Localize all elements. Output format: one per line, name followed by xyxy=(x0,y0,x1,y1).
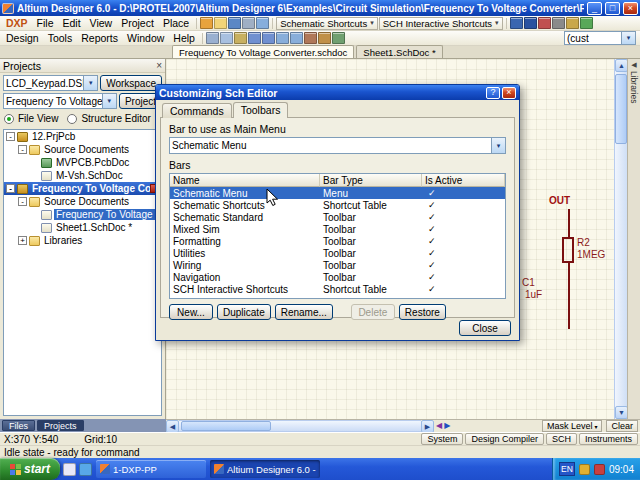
vertical-scroll-track[interactable] xyxy=(615,72,627,406)
panel-close-icon[interactable]: × xyxy=(156,61,162,71)
checkmark-icon[interactable]: ✓ xyxy=(425,225,439,234)
toolbar-combo[interactable]: (cust ▾ xyxy=(564,31,636,45)
libraries-panel-tab[interactable]: Libraries xyxy=(629,71,639,104)
horizontal-scroll-track[interactable] xyxy=(179,420,421,432)
new-button[interactable]: New... xyxy=(169,304,213,320)
vertical-scrollbar[interactable]: ▲ ▼ xyxy=(614,59,627,419)
Utilities[interactable]: Utilities Toolbar ✓ xyxy=(170,247,505,259)
menu-item[interactable]: Tools xyxy=(44,32,77,44)
r2-value[interactable]: 1MEG xyxy=(577,249,605,260)
clear-button[interactable]: Clear xyxy=(606,420,638,432)
wire[interactable] xyxy=(568,263,570,329)
panel-tab[interactable]: Files xyxy=(2,420,35,431)
save-icon[interactable] xyxy=(228,17,241,29)
taskbar-task-button[interactable]: Altium Designer 6.0 - ... xyxy=(210,460,320,478)
cut-icon[interactable] xyxy=(206,32,219,44)
menu-item[interactable]: Help xyxy=(169,32,199,44)
checkmark-icon[interactable]: ✓ xyxy=(425,261,439,270)
menu-item[interactable]: Project xyxy=(117,17,158,29)
expand-toggle-icon[interactable]: + xyxy=(18,236,27,245)
annotate-icon[interactable] xyxy=(318,32,331,44)
resistor-r2-symbol[interactable] xyxy=(562,237,574,263)
column-header-bar-type[interactable]: Bar Type xyxy=(320,174,422,187)
project-combo[interactable]: Frequency To Voltage Converter.PF ▾ xyxy=(3,93,117,109)
workspace-combo[interactable]: LCD_Keypad.DSNWRK * ▾ xyxy=(3,75,98,91)
panel-access-button[interactable]: SCH xyxy=(546,433,577,445)
chevron-down-icon[interactable]: ▾ xyxy=(83,76,97,90)
quick-launch-icon[interactable] xyxy=(63,463,76,476)
window-titlebar[interactable]: Altium Designer 6.0 - D:\PROTEL2007\Alti… xyxy=(0,0,640,16)
Formatting[interactable]: Formatting Toolbar ✓ xyxy=(170,235,505,247)
wire-icon[interactable] xyxy=(510,17,523,29)
collapse-arrow-icon[interactable]: ◀ xyxy=(631,61,636,68)
expand-toggle-icon[interactable]: - xyxy=(6,132,15,141)
rename-button[interactable]: Rename... xyxy=(275,304,333,320)
net-label-icon[interactable] xyxy=(538,17,551,29)
Schematic Menu[interactable]: Schematic Menu Menu ✓ xyxy=(170,187,505,199)
menu-item[interactable]: Design xyxy=(2,32,43,44)
schematic-shortcuts-dropdown[interactable]: Schematic Shortcuts ▾ xyxy=(276,17,378,30)
quick-launch-icon[interactable] xyxy=(79,463,92,476)
power-port-icon[interactable] xyxy=(552,17,565,29)
run-simulation-icon[interactable] xyxy=(580,17,593,29)
bars-table-header[interactable]: Name Bar Type Is Active xyxy=(170,174,505,187)
workspace-button[interactable]: Workspace xyxy=(100,75,162,91)
checkmark-icon[interactable]: ✓ xyxy=(425,189,439,198)
Schematic Shortcuts[interactable]: Schematic Shortcuts Shortcut Table ✓ xyxy=(170,199,505,211)
zoom-icon[interactable] xyxy=(256,17,269,29)
r2-designator[interactable]: R2 xyxy=(577,237,590,248)
document-tab[interactable]: Sheet1.SchDoc * xyxy=(356,45,442,58)
checkmark-icon[interactable]: ✓ xyxy=(425,213,439,222)
wire[interactable] xyxy=(568,209,570,237)
vertical-scroll-thumb[interactable] xyxy=(615,74,627,144)
close-button[interactable]: × xyxy=(623,2,638,15)
jump-forward-icon[interactable]: ▶ xyxy=(444,422,450,430)
tree-item[interactable]: - Frequency To Voltage Conver xyxy=(4,182,161,195)
document-tab[interactable]: Frequency To Voltage Converter.schdoc xyxy=(172,45,354,58)
zoom-out-icon[interactable] xyxy=(290,32,303,44)
undo-icon[interactable] xyxy=(248,32,261,44)
paste-icon[interactable] xyxy=(234,32,247,44)
sch-interactive-shortcuts-dropdown[interactable]: SCH Interactive Shortcuts ▾ xyxy=(379,17,503,30)
language-indicator[interactable]: EN xyxy=(559,462,575,476)
horizontal-scrollbar[interactable]: ◀ ▶ xyxy=(166,420,434,432)
checkmark-icon[interactable]: ✓ xyxy=(425,249,439,258)
tree-item[interactable]: + Libraries xyxy=(4,234,161,247)
chevron-down-icon[interactable]: ▾ xyxy=(621,32,635,44)
jump-back-icon[interactable]: ◀ xyxy=(436,422,442,430)
menu-item[interactable]: Window xyxy=(123,32,168,44)
zoom-in-icon[interactable] xyxy=(276,32,289,44)
dialog-tab[interactable]: Toolbars xyxy=(233,102,289,118)
panel-access-button[interactable]: Design Compiler xyxy=(465,433,544,445)
maximize-button[interactable]: □ xyxy=(605,2,620,15)
filter-icon[interactable] xyxy=(332,32,345,44)
open-project-icon[interactable] xyxy=(200,17,213,29)
checkmark-icon[interactable]: ✓ xyxy=(425,201,439,210)
expand-toggle-icon[interactable]: - xyxy=(18,145,27,154)
place-part-icon[interactable] xyxy=(566,17,579,29)
help-button[interactable]: ? xyxy=(486,87,500,99)
cross-probe-icon[interactable] xyxy=(304,32,317,44)
tray-icon[interactable] xyxy=(594,464,605,475)
taskbar-task-button[interactable]: 1-DXP-PP xyxy=(96,460,206,478)
menu-item[interactable]: File xyxy=(33,17,58,29)
tree-item[interactable]: Frequency To Voltage Conver xyxy=(4,208,161,221)
Mixed Sim[interactable]: Mixed Sim Toolbar ✓ xyxy=(170,223,505,235)
open-document-icon[interactable] xyxy=(214,17,227,29)
file-view-radio[interactable] xyxy=(4,114,14,124)
start-button[interactable]: start xyxy=(0,458,60,480)
tree-item[interactable]: - Source Documents xyxy=(4,195,161,208)
mask-level-button[interactable]: Mask Level ▾ xyxy=(542,420,603,432)
tree-item[interactable]: - 12.PrjPcb xyxy=(4,130,161,143)
structure-editor-radio[interactable] xyxy=(67,114,77,124)
net-label-out[interactable]: OUT xyxy=(549,195,570,206)
c1-value[interactable]: 1uF xyxy=(525,289,542,300)
checkmark-icon[interactable]: ✓ xyxy=(425,273,439,282)
horizontal-scroll-thumb[interactable] xyxy=(181,421,271,431)
main-menu-combo[interactable]: Schematic Menu ▾ xyxy=(169,137,506,154)
print-icon[interactable] xyxy=(242,17,255,29)
redo-icon[interactable] xyxy=(262,32,275,44)
chevron-down-icon[interactable]: ▾ xyxy=(102,94,116,108)
menu-item[interactable]: View xyxy=(86,17,117,29)
expand-toggle-icon[interactable]: - xyxy=(6,184,15,193)
